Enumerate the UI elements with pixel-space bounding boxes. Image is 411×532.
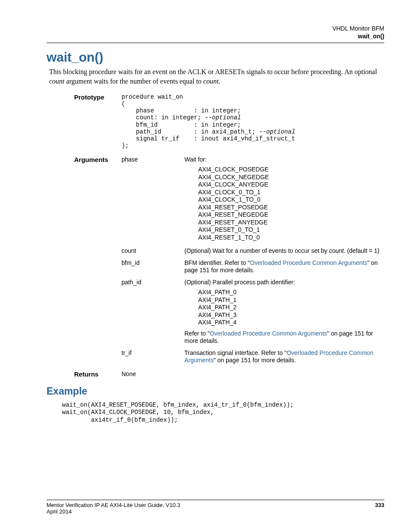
arg-desc-text: Wait for: (184, 156, 207, 163)
page-title: wait_on() (47, 50, 384, 65)
arg-desc-text: (Optional) Parallel process path identif… (184, 279, 295, 286)
page-header: VHDL Monitor BFM wait_on() (47, 25, 384, 43)
arg-name-bfmid: bfm_id (121, 259, 184, 266)
returns-label: Returns (74, 370, 121, 378)
prototype-code: procedure wait_on ( phase : in integer; … (121, 93, 384, 149)
arg-name-count: count (121, 247, 184, 254)
xref-link[interactable]: Overloaded Procedure Common Arguments (250, 259, 367, 266)
returns-value: None (121, 370, 184, 377)
footer-doc-title: Mentor Verification IP AE AXI4-Lite User… (47, 502, 180, 508)
arg-name-phase: phase (121, 156, 184, 163)
phase-value-list: AXI4_CLOCK_POSEDGE AXI4_CLOCK_NEGEDGE AX… (198, 166, 384, 241)
page-footer: Mentor Verification IP AE AXI4-Lite User… (47, 500, 384, 515)
arg-desc-text: BFM identifier. Refer to " (184, 259, 250, 266)
arg-name-pathid: path_id (121, 279, 184, 286)
arg-desc-count: (Optional) Wait for a number of events t… (184, 247, 384, 255)
example-code: wait_on(AXI4_RESET_POSEDGE, bfm_index, a… (62, 401, 384, 424)
xref-link[interactable]: Overloaded Procedure Common Arguments (210, 330, 327, 337)
arg-desc-bfmid: BFM identifier. Refer to "Overloaded Pro… (184, 259, 384, 274)
intro-em: count (49, 78, 65, 85)
intro-text: argument waits for the number of events … (65, 78, 203, 85)
intro-em: count. (203, 78, 221, 85)
example-heading: Example (47, 386, 384, 397)
intro-paragraph: This blocking procedure waits for an eve… (49, 67, 384, 86)
arg-desc-trif: Transaction signal interface. Refer to "… (184, 349, 384, 364)
arg-desc-em: count (329, 247, 344, 254)
arg-desc-text: Refer to " (184, 330, 210, 337)
arg-desc-text: . (default = 1) (344, 247, 380, 254)
footer-date: April 2014 (47, 508, 180, 515)
definition-block: Prototype procedure wait_on ( phase : in… (74, 93, 384, 378)
pathid-value-list: AXI4_PATH_0 AXI4_PATH_1 AXI4_PATH_2 AXI4… (198, 289, 384, 327)
arguments-label: Arguments (74, 156, 121, 163)
arg-desc-text: Transaction signal interface. Refer to " (184, 349, 286, 356)
page-number: 333 (375, 502, 384, 515)
intro-text: This blocking procedure waits for an eve… (49, 68, 377, 75)
arg-desc-text: " on page 151 for more details. (214, 357, 296, 364)
arg-desc-pathid: (Optional) Parallel process path identif… (184, 279, 384, 345)
prototype-label: Prototype (74, 93, 121, 101)
header-chapter: VHDL Monitor BFM (47, 25, 384, 33)
arg-desc-text: (Optional) Wait for a number of events t… (184, 247, 329, 254)
arg-desc-phase: Wait for: AXI4_CLOCK_POSEDGE AXI4_CLOCK_… (184, 156, 384, 244)
header-topic: wait_on() (47, 33, 384, 40)
arg-name-trif: tr_if (121, 349, 184, 356)
